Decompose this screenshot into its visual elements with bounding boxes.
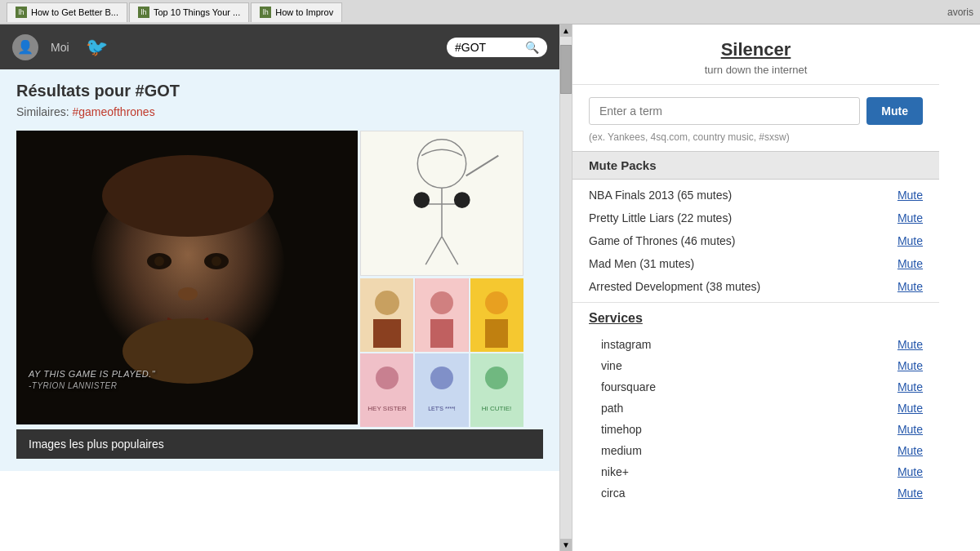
mute-pack-row-1: Pretty Little Liars (22 mutes) Mute: [572, 207, 939, 229]
svg-text:LET'S ****!: LET'S ****!: [428, 406, 456, 411]
mute-pack-label-1: Pretty Little Liars (22 mutes): [589, 211, 732, 224]
term-input[interactable]: [589, 97, 860, 125]
images-populaires: Images les plus populaires: [16, 429, 543, 459]
mute-pack-btn-4[interactable]: Mute: [894, 280, 923, 293]
similar-row: Similaires: #gameofthrones: [16, 105, 543, 118]
service-mute-btn-5[interactable]: Mute: [894, 444, 923, 457]
svg-point-2: [102, 155, 274, 237]
tab-label-1: How to Get Better B...: [31, 7, 118, 17]
service-row-0: instagram Mute: [572, 334, 939, 355]
services-header: Services: [572, 302, 939, 330]
svg-rect-22: [485, 319, 508, 348]
drawing-image: [360, 131, 523, 276]
twitter-sidebar: 👤 Moi 🐦 🔍 Résultats pour #GOT Similaires…: [0, 24, 559, 551]
svg-rect-23: [361, 353, 413, 427]
svg-rect-29: [470, 353, 523, 427]
svg-point-21: [485, 291, 508, 314]
mute-pack-label-3: Mad Men (31 mutes): [589, 257, 694, 270]
main-image: AY THIS GAME IS PLAYED." -TYRION LANNIST…: [16, 131, 358, 424]
scrollbar-up-btn[interactable]: ▲: [560, 24, 572, 37]
mute-pack-row-0: NBA Finals 2013 (65 mutes) Mute: [572, 184, 939, 207]
tab-label-3: How to Improv: [275, 7, 333, 17]
browser-scrollbar[interactable]: ▲ ▼: [559, 24, 572, 551]
tab-3[interactable]: lh How to Improv: [251, 2, 342, 22]
service-label-7: circa: [601, 487, 626, 500]
twitter-search-input[interactable]: [455, 41, 520, 54]
tab-1[interactable]: lh How to Get Better B...: [7, 2, 127, 22]
service-mute-btn-1[interactable]: Mute: [894, 359, 923, 372]
results-title: Résultats pour #GOT: [16, 82, 543, 100]
twitter-bird-icon: 🐦: [86, 37, 108, 58]
service-row-5: medium Mute: [572, 440, 939, 461]
svg-text:HEY SISTER: HEY SISTER: [368, 405, 407, 412]
mute-pack-btn-0[interactable]: Mute: [894, 189, 923, 202]
silencer-search-area: Mute (ex. Yankees, 4sq.com, country musi…: [572, 85, 939, 151]
twitter-search-icon[interactable]: 🔍: [525, 41, 539, 54]
mute-pack-row-4: Arrested Development (38 mutes) Mute: [572, 275, 939, 298]
twitter-search-box[interactable]: 🔍: [447, 38, 547, 57]
service-label-5: medium: [601, 444, 642, 457]
service-label-0: instagram: [601, 338, 651, 351]
service-row-4: timehop Mute: [572, 419, 939, 440]
service-label-3: path: [601, 402, 623, 415]
service-label-6: nike+: [601, 465, 629, 478]
small-img-2: [415, 278, 468, 352]
service-row-7: circa Mute: [572, 482, 939, 504]
search-row: Mute: [589, 97, 923, 125]
svg-point-27: [430, 367, 453, 389]
twitter-username: Moi: [51, 41, 69, 54]
service-label-2: foursquare: [601, 380, 656, 393]
service-label-4: timehop: [601, 423, 642, 436]
twitter-header: 👤 Moi 🐦 🔍: [0, 24, 559, 69]
main-layout: 👤 Moi 🐦 🔍 Résultats pour #GOT Similaires…: [0, 24, 980, 551]
similar-link[interactable]: #gameofthrones: [72, 105, 154, 118]
service-mute-btn-6[interactable]: Mute: [894, 465, 923, 478]
service-mute-btn-4[interactable]: Mute: [894, 423, 923, 436]
tyrion-quote: AY THIS GAME IS PLAYED." -TYRION LANNIST…: [29, 368, 155, 392]
service-mute-btn-3[interactable]: Mute: [894, 402, 923, 415]
service-mute-btn-7[interactable]: Mute: [894, 487, 923, 500]
tab-icon-3: lh: [260, 7, 271, 18]
svg-point-18: [430, 291, 453, 314]
twitter-content: Résultats pour #GOT Similaires: #gameoft…: [0, 69, 559, 471]
service-row-2: foursquare Mute: [572, 376, 939, 398]
mute-pack-btn-1[interactable]: Mute: [894, 211, 923, 224]
mute-pack-btn-3[interactable]: Mute: [894, 257, 923, 270]
service-mute-btn-0[interactable]: Mute: [894, 338, 923, 351]
svg-point-5: [154, 256, 164, 266]
mute-packs-header: Mute Packs: [572, 151, 939, 180]
tab-2[interactable]: lh Top 10 Things Your ...: [129, 2, 249, 22]
small-img-5: LET'S ****!: [415, 353, 468, 427]
small-img-4: HEY SISTER: [360, 353, 413, 427]
svg-point-12: [454, 192, 470, 208]
avatar-icon: 👤: [17, 39, 33, 55]
avatar: 👤: [12, 34, 38, 60]
silencer-popup: Silencer turn down the internet Mute (ex…: [572, 24, 939, 551]
svg-point-11: [413, 192, 430, 208]
tab-icon-1: lh: [16, 7, 27, 18]
tyrion-image: AY THIS GAME IS PLAYED." -TYRION LANNIST…: [16, 131, 358, 424]
service-mute-btn-2[interactable]: Mute: [894, 380, 923, 393]
similar-prefix: Similaires:: [16, 105, 69, 118]
scrollbar-thumb[interactable]: [560, 45, 572, 94]
services-list: instagram Mute vine Mute foursquare Mute…: [572, 330, 939, 508]
svg-point-6: [212, 256, 221, 266]
tab-icon-2: lh: [138, 7, 149, 18]
mute-pack-btn-2[interactable]: Mute: [894, 234, 923, 247]
image-grid: AY THIS GAME IS PLAYED." -TYRION LANNIST…: [16, 131, 543, 427]
silencer-header: Silencer turn down the internet: [572, 24, 939, 85]
mute-pack-label-2: Game of Thrones (46 mutes): [589, 234, 735, 247]
silencer-subtitle: turn down the internet: [589, 64, 923, 76]
service-row-1: vine Mute: [572, 355, 939, 376]
service-label-1: vine: [601, 359, 622, 372]
mute-pack-row-3: Mad Men (31 mutes) Mute: [572, 252, 939, 275]
service-row-6: nike+ Mute: [572, 461, 939, 482]
small-img-1: [360, 278, 413, 352]
example-text: (ex. Yankees, 4sq.com, country music, #s…: [589, 131, 923, 143]
svg-point-15: [375, 291, 399, 315]
mute-main-button[interactable]: Mute: [866, 97, 923, 125]
scrollbar-down-btn[interactable]: ▼: [560, 539, 572, 551]
mute-packs-list: NBA Finals 2013 (65 mutes) Mute Pretty L…: [572, 180, 939, 302]
scrollbar-track[interactable]: [560, 37, 572, 539]
svg-rect-26: [416, 353, 468, 427]
